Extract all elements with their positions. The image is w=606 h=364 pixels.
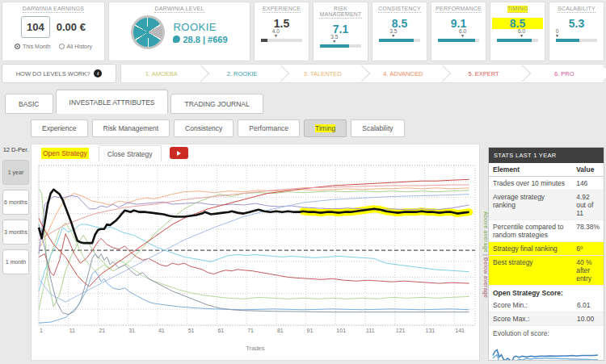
tab-open-strategy[interactable]: Open Strategy <box>33 145 97 161</box>
x-tick-label: 121 <box>396 328 406 333</box>
tab-timing[interactable]: Timing <box>304 119 347 137</box>
tab-basic[interactable]: BASIC <box>5 94 53 114</box>
how-levels-work-button[interactable]: HOW DO LEVELS WORK? i <box>2 64 116 83</box>
ranking-evolution-chart: 1112131415161718191101111121131141 <box>35 161 478 344</box>
radio-all-history-label: All History <box>67 44 93 49</box>
attr-title: CONSISTENCY <box>374 6 425 11</box>
attr-value: 1.5 <box>256 18 307 29</box>
level-name: ROOKIE <box>173 21 227 33</box>
attr-progress-bar <box>261 39 302 42</box>
period-sidebar: 12 D-Per. 1 year 6 months 3 months 1 mon… <box>2 147 29 279</box>
period-1-month-button[interactable]: 1 month <box>2 249 29 274</box>
attr-value: 8.5 <box>492 18 543 29</box>
table-row-highlighted: Best strategy40 % after entry <box>489 256 604 286</box>
score-table: Score Min.:6.01 Score Max.:10.00 <box>489 299 604 326</box>
attr-title: EXPERIENCE <box>256 6 307 11</box>
col-element: Element <box>489 163 572 177</box>
youtube-video-button[interactable] <box>170 147 188 159</box>
radio-this-month-label: This Month <box>23 44 51 49</box>
x-tick-label: 81 <box>277 328 284 333</box>
x-tick-label: 131 <box>426 328 436 333</box>
darwin-icon <box>173 36 180 43</box>
table-row: Average strategy ranking4.92 out of 11 <box>489 190 604 220</box>
tab-scalability[interactable]: Scalability <box>351 119 404 137</box>
attr-title: SCALABILITY <box>551 6 602 11</box>
period-3-months-button[interactable]: 3 months <box>2 220 29 245</box>
level-step-advanced[interactable]: 4. ADVANCED <box>363 64 444 83</box>
level-step-amoeba[interactable]: 1. AMOEBA <box>120 64 202 83</box>
attribute-tab-bar: Experience Risk Management Consistency P… <box>31 119 405 137</box>
attribute-card-scalability: SCALABILITY 5.3 0▼ <box>549 2 604 61</box>
x-tick-label: 101 <box>336 328 346 333</box>
tab-experience[interactable]: Experience <box>31 119 88 137</box>
stats-panel: STATS LAST 1 YEAR Element Value Trades o… <box>488 147 604 361</box>
marker-caret-icon: ▼ <box>555 34 559 38</box>
attr-value: 8.5 <box>374 18 425 29</box>
level-step-rookie[interactable]: 2. ROOKIE <box>202 64 283 83</box>
table-row: Score Max.:10.00 <box>489 312 604 326</box>
chart-series-gray-blue <box>39 224 469 314</box>
level-pie-icon <box>131 15 165 49</box>
level-step-pro[interactable]: 6. PRO <box>524 64 604 83</box>
x-tick-label: 11 <box>69 328 75 333</box>
x-tick-label: 141 <box>455 328 465 333</box>
level-step-expert[interactable]: 5. EXPERT <box>444 64 524 83</box>
radio-selected-icon <box>15 44 20 49</box>
x-tick-label: 61 <box>217 328 224 333</box>
attr-title: PERFORMANCE <box>433 6 484 11</box>
attr-value: 9.1 <box>433 18 484 29</box>
tab-risk-management[interactable]: Risk Management <box>92 119 170 137</box>
score-evolution-sparkline <box>489 337 600 361</box>
attr-value: 5.3 <box>551 18 602 29</box>
period-6-months-button[interactable]: 6 months <box>2 190 29 215</box>
tab-close-strategy[interactable]: Close Strategy <box>99 145 162 161</box>
tab-investable-attributes[interactable]: INVESTABLE ATTRIBUTES <box>56 90 169 114</box>
attr-progress-bar <box>320 44 361 48</box>
level-step-talented[interactable]: 3. TALENTED <box>282 64 363 83</box>
attr-title: RISK MANAGEMENT <box>315 6 366 17</box>
main-tab-bar: BASIC INVESTABLE ATTRIBUTES TRADING JOUR… <box>5 90 603 114</box>
attr-progress-bar <box>497 39 538 42</box>
level-title: DARWINIA LEVEL <box>111 6 248 11</box>
chart-series-blue-bottom <box>39 271 469 323</box>
stats-panel-header: STATS LAST 1 YEAR <box>489 148 604 163</box>
x-tick-label: 111 <box>366 328 375 333</box>
info-icon[interactable]: i <box>94 69 102 77</box>
attribute-card-experience: EXPERIENCE 1.5 4.0▼ <box>254 2 309 61</box>
x-tick-label: 31 <box>128 328 135 333</box>
attribute-card-consistency: CONSISTENCY 8.5 3.5▼ <box>372 2 427 61</box>
attribute-card-risk-management: RISK MANAGEMENT 7.1 3.5▼ <box>313 2 368 61</box>
attribute-card-performance: PERFORMANCE 9.1 6.0▼ <box>431 2 486 61</box>
x-tick-label: 91 <box>307 328 314 333</box>
x-tick-label: 71 <box>247 328 254 333</box>
play-icon <box>177 151 181 156</box>
attr-progress-bar <box>379 39 420 42</box>
radio-this-month[interactable]: This Month <box>15 44 51 49</box>
tab-performance[interactable]: Performance <box>238 119 300 137</box>
tab-consistency[interactable]: Consistency <box>174 119 234 137</box>
table-row: Trades over 10 minutes146 <box>489 177 604 190</box>
x-tick-label: 21 <box>99 328 105 333</box>
chart-series-green-descending <box>39 223 469 310</box>
radio-all-history[interactable]: All History <box>59 44 93 49</box>
stats-table: Element Value Trades over 10 minutes146 … <box>489 163 604 286</box>
period-label: 12 D-Per. <box>2 147 29 153</box>
earnings-title: DARWINIA EARNINGS <box>4 6 103 11</box>
x-tick-label: 1 <box>40 328 43 333</box>
tab-trading-journal[interactable]: TRADING JOURNAL <box>170 94 263 114</box>
evolution-of-score-label: Evolution of score: <box>489 326 604 337</box>
timing-chart-panel: Open Strategy Close Strategy 11121314151… <box>31 144 480 361</box>
table-row-highlighted: Strategy final ranking6º <box>489 242 604 256</box>
darwinia-earnings-card: DARWINIA EARNINGS 104 0.00 € This Month … <box>2 2 105 61</box>
period-1-year-button[interactable]: 1 year <box>2 160 29 185</box>
strategy-tab-bar: Open Strategy Close Strategy <box>32 144 479 161</box>
chart-series-open-strategy <box>39 190 469 243</box>
open-strategy-score-title: Open Strategy Score: <box>489 286 604 299</box>
stats-header-row: Element Value <box>489 163 604 177</box>
col-value: Value <box>572 163 604 177</box>
marker-caret-icon: ▼ <box>459 34 466 38</box>
attr-progress-bar <box>556 39 597 42</box>
darwinia-level-card: DARWINIA LEVEL ROOKIE 28.8 | #669 <box>108 2 250 61</box>
table-row: Score Min.:6.01 <box>489 299 604 312</box>
chart-series-red-rising <box>39 179 469 287</box>
